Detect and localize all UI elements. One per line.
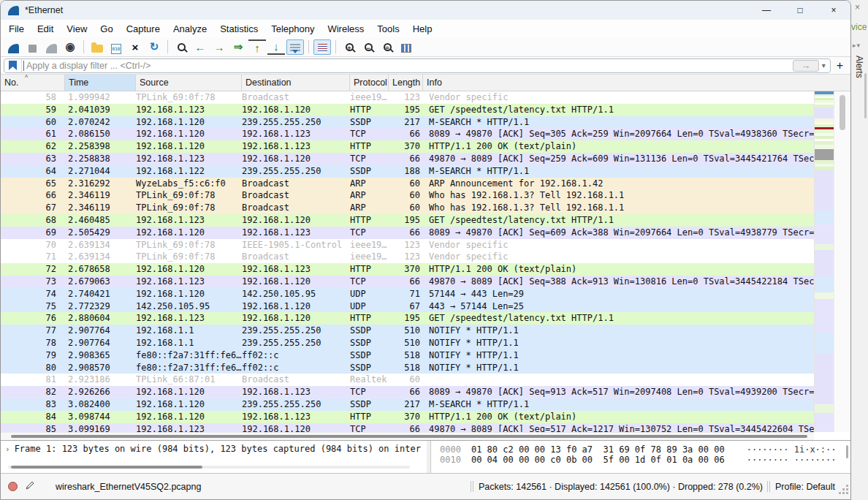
packet-row[interactable]: 692.505429192.168.1.120192.168.1.123TCP6… — [1, 227, 814, 239]
vertical-scrollbar[interactable] — [834, 91, 850, 432]
packet-row[interactable]: 581.999942TPLink_69:0f:78Broadcastieee19… — [1, 91, 814, 104]
menu-wireless[interactable]: Wireless — [321, 23, 370, 34]
minimize-button[interactable]: — — [750, 1, 783, 20]
packet-row[interactable]: 752.772329142.250.105.95192.168.1.120UDP… — [1, 300, 814, 313]
packet-row[interactable]: 642.271044192.168.1.122239.255.255.250SS… — [1, 165, 814, 178]
packet-row[interactable]: 712.639134TPLink_69:0f:78Broadcastieee19… — [1, 251, 814, 263]
hex-scrollbar-handle[interactable] — [846, 445, 848, 458]
packet-row[interactable]: 652.316292WyzeLabs_f5:c6:f0BroadcastARP6… — [1, 178, 814, 190]
column-header-info[interactable]: Info — [423, 75, 850, 91]
packet-row[interactable]: 612.086150192.168.1.120192.168.1.123TCP6… — [1, 128, 814, 140]
apply-filter-button[interactable]: → — [793, 60, 819, 72]
menu-go[interactable]: Go — [94, 23, 119, 34]
go-to-bottom-icon[interactable]: ↓ — [267, 39, 285, 55]
menu-file[interactable]: File — [2, 23, 31, 34]
column-header-no[interactable]: No. — [1, 75, 65, 91]
hex-row[interactable]: 000001 80 c2 00 00 13 f0 a7 31 69 0f 78 … — [440, 444, 848, 455]
packet-row[interactable]: 732.679063192.168.1.123192.168.1.120TCP6… — [1, 276, 814, 288]
packet-row[interactable]: 782.907764192.168.1.1239.255.255.250SSDP… — [1, 337, 814, 349]
packet-row[interactable]: 802.908570fe80::f2a7:31ff:fe6…ff02::cSSD… — [1, 362, 814, 374]
menu-statistics[interactable]: Statistics — [213, 23, 264, 34]
go-forward-icon[interactable]: → — [210, 39, 228, 55]
packet-row[interactable]: 762.880604192.168.1.123192.168.1.120HTTP… — [1, 312, 814, 325]
column-header-time[interactable]: Time — [65, 75, 136, 91]
packet-row[interactable]: 792.908365fe80::f2a7:31ff:fe6…ff02::cSSD… — [1, 349, 814, 362]
column-header-destination[interactable]: Destination — [242, 75, 350, 91]
go-back-icon[interactable]: ← — [191, 39, 209, 55]
stop-capture-icon[interactable] — [23, 39, 41, 55]
menu-telephony[interactable]: Telephony — [264, 23, 321, 34]
toolbar-separator — [308, 40, 309, 53]
vertical-scrollbar-handle[interactable] — [840, 95, 845, 130]
go-to-top-icon[interactable]: ↑ — [248, 39, 266, 55]
menu-view[interactable]: View — [60, 23, 94, 34]
column-header-protocol[interactable]: Protocol — [350, 75, 389, 91]
resize-columns-icon[interactable] — [397, 39, 415, 55]
packet-row[interactable]: 822.926266192.168.1.120192.168.1.123TCP6… — [1, 386, 814, 398]
capture-options-icon[interactable]: ◉ — [61, 39, 79, 55]
filter-dropdown-icon[interactable]: ▾ — [822, 61, 826, 69]
capture-filename[interactable]: wireshark_EthernetV45SQ2.pcapng — [56, 482, 201, 492]
filter-bar: Apply a display filter ... <Ctrl-/> → ▾ … — [1, 57, 850, 75]
detail-hscrollbar[interactable] — [8, 466, 410, 469]
packet-row[interactable]: 702.639134TPLink_69:0f:78IEEE-1905.1-Con… — [1, 239, 814, 251]
detail-hscrollbar-handle[interactable] — [11, 466, 202, 469]
horizontal-scrollbar[interactable] — [1, 432, 814, 440]
horizontal-scrollbar-handle[interactable] — [11, 435, 807, 438]
zoom-in-icon[interactable]: + — [340, 39, 358, 55]
column-header-length[interactable]: Length — [389, 75, 423, 91]
menu-analyze[interactable]: Analyze — [167, 23, 213, 34]
start-capture-icon[interactable] — [4, 39, 22, 55]
bookmark-icon[interactable] — [9, 61, 17, 70]
zoom-out-icon[interactable]: − — [359, 39, 377, 55]
close-file-icon[interactable]: × — [126, 39, 144, 55]
menu-edit[interactable]: Edit — [31, 23, 60, 34]
column-header-source[interactable]: Source — [136, 75, 242, 91]
colorize-icon[interactable] — [313, 39, 331, 55]
find-packet-icon[interactable] — [172, 39, 190, 55]
maximize-button[interactable]: □ — [783, 1, 817, 20]
chevron-icons[interactable]: ▸▾ — [853, 42, 861, 49]
go-to-packet-icon[interactable]: ⇒ — [229, 39, 247, 55]
menu-tools[interactable]: Tools — [370, 23, 406, 34]
filter-placeholder: Apply a display filter ... <Ctrl-/> — [26, 61, 793, 71]
background-close-icon[interactable]: × — [855, 2, 860, 12]
packet-row[interactable]: 632.258838192.168.1.123192.168.1.120TCP6… — [1, 153, 814, 165]
auto-scroll-icon[interactable] — [286, 39, 304, 55]
packet-minimap[interactable] — [814, 91, 834, 432]
alerts-vertical-tab[interactable]: Alerts — [854, 56, 864, 78]
restart-capture-icon[interactable] — [42, 39, 60, 55]
filter-input[interactable]: Apply a display filter ... <Ctrl-/> → ▾ — [4, 58, 831, 73]
packet-row[interactable]: 833.082400192.168.1.120239.255.255.250SS… — [1, 398, 814, 411]
packet-row[interactable]: 602.070242192.168.1.120239.255.255.250SS… — [1, 116, 814, 129]
packet-row[interactable]: 592.041039192.168.1.123192.168.1.120HTTP… — [1, 104, 814, 116]
packet-row[interactable]: 682.460485192.168.1.123192.168.1.120HTTP… — [1, 214, 814, 227]
packet-row[interactable]: 843.098744192.168.1.120192.168.1.123HTTP… — [1, 411, 814, 423]
packet-row[interactable]: 622.258398192.168.1.120192.168.1.123HTTP… — [1, 140, 814, 153]
menu-capture[interactable]: Capture — [120, 23, 167, 34]
resize-grip[interactable] — [842, 488, 845, 490]
packet-row[interactable]: 742.740421192.168.1.120142.250.105.95UDP… — [1, 288, 814, 300]
packet-row[interactable]: 672.346119TPLink_69:0f:78BroadcastARP60W… — [1, 202, 814, 214]
expand-icon[interactable]: › — [5, 444, 10, 454]
close-button[interactable]: × — [817, 1, 850, 20]
packet-row[interactable]: 772.907764192.168.1.1239.255.255.250SSDP… — [1, 325, 814, 337]
detail-line[interactable]: Frame 1: 123 bytes on wire (984 bits), 1… — [15, 444, 421, 454]
reload-file-icon[interactable]: ↻ — [145, 39, 163, 55]
hex-row[interactable]: 001000 04 00 00 00 c0 0b 00 5f 00 1d 0f … — [440, 455, 848, 465]
packet-row[interactable]: 662.346119TPLink_69:0f:78BroadcastARP60W… — [1, 189, 814, 202]
packet-row[interactable]: 812.923186TPLink_66:87:01BroadcastRealte… — [1, 374, 814, 386]
zoom-reset-icon[interactable]: = — [378, 39, 396, 55]
minimap-stripe — [815, 224, 834, 244]
add-filter-button[interactable]: + — [837, 59, 843, 72]
packet-row[interactable]: 722.678658192.168.1.120192.168.1.123HTTP… — [1, 263, 814, 276]
packet-row[interactable]: 853.099169192.168.1.123192.168.1.120TCP6… — [1, 423, 814, 432]
menu-help[interactable]: Help — [406, 23, 439, 34]
profile-label[interactable]: Profile: Default — [775, 482, 835, 492]
save-file-icon[interactable]: 010 — [107, 39, 125, 55]
open-file-icon[interactable] — [88, 39, 106, 55]
toolbar-separator — [335, 40, 336, 53]
background-scrollbar[interactable] — [864, 73, 867, 118]
capture-comment-icon[interactable] — [25, 480, 35, 493]
expert-info-icon[interactable] — [8, 482, 18, 491]
